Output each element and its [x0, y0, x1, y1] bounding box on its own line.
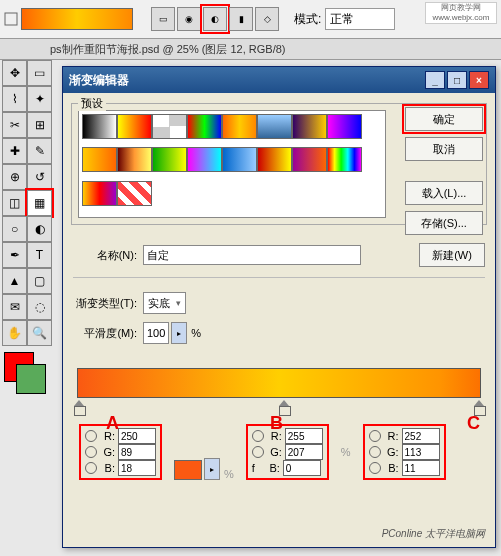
smooth-input[interactable]: 100	[143, 322, 169, 344]
preset-swatch[interactable]	[257, 147, 292, 172]
preset-swatch[interactable]	[82, 147, 117, 172]
opacity-stop-right[interactable]	[474, 355, 484, 367]
type-label: 渐变类型(T):	[73, 296, 137, 311]
cancel-button[interactable]: 取消	[405, 137, 483, 161]
dodge-tool[interactable]: ◐	[27, 216, 52, 242]
color-flyout-a[interactable]: ▸	[204, 458, 220, 480]
marquee-tool[interactable]: ▭	[27, 60, 52, 86]
gradient-tool[interactable]: ▦	[27, 190, 52, 216]
color-stop-c[interactable]	[474, 400, 484, 412]
radio-b-a[interactable]	[85, 462, 97, 474]
g-a-input[interactable]	[118, 444, 156, 460]
color-swatches[interactable]	[2, 350, 52, 390]
tool-palette: ✥▭ ⌇✦ ✂⊞ ✚✎ ⊕↺ ◫▦ ○◐ ✒T ▲▢ ✉◌ ✋🔍	[2, 60, 52, 390]
mode-value: 正常	[330, 11, 354, 28]
mode-dropdown[interactable]: 正常	[325, 8, 395, 30]
g-c-input[interactable]	[402, 444, 440, 460]
document-tab[interactable]: ps制作重阳节海报.psd @ 25% (图层 12, RGB/8)	[0, 39, 501, 60]
type-tool[interactable]: T	[27, 242, 52, 268]
preset-swatch[interactable]	[117, 114, 152, 139]
color-stop-a[interactable]	[74, 400, 84, 412]
new-button[interactable]: 新建(W)	[419, 243, 485, 267]
load-button[interactable]: 载入(L)...	[405, 181, 483, 205]
preset-label: 预设	[78, 96, 106, 111]
gradient-preview[interactable]	[21, 8, 133, 30]
label-b: B	[270, 413, 283, 434]
preset-swatch[interactable]	[82, 181, 117, 206]
ok-button[interactable]: 确定	[405, 107, 483, 131]
radio-b-c[interactable]	[369, 462, 381, 474]
lasso-tool[interactable]: ⌇	[2, 86, 27, 112]
preset-swatch[interactable]	[292, 147, 327, 172]
move-tool[interactable]: ✥	[2, 60, 27, 86]
tool-indicator-icon	[4, 12, 18, 26]
preset-swatch[interactable]	[327, 114, 362, 139]
radio-g-c[interactable]	[369, 446, 381, 458]
name-input[interactable]	[143, 245, 361, 265]
heal-tool[interactable]: ✚	[2, 138, 27, 164]
r-a-input[interactable]	[118, 428, 156, 444]
radio-r-c[interactable]	[369, 430, 381, 442]
minimize-button[interactable]: _	[425, 71, 445, 89]
linear-gradient-btn[interactable]: ▭	[151, 7, 175, 31]
eyedrop-tool[interactable]: ◌	[27, 294, 52, 320]
r-c-input[interactable]	[402, 428, 440, 444]
preset-swatch[interactable]	[152, 147, 187, 172]
crop-tool[interactable]: ✂	[2, 112, 27, 138]
b-a-input[interactable]	[118, 460, 156, 476]
preset-swatch[interactable]	[257, 114, 292, 139]
watermark-pconline: PConline 太平洋电脑网	[382, 527, 485, 541]
color-stop-b[interactable]	[279, 400, 289, 412]
brush-tool[interactable]: ✎	[27, 138, 52, 164]
b-b-input[interactable]	[283, 460, 321, 476]
background-swatch[interactable]	[16, 364, 46, 394]
label-c: C	[467, 413, 480, 434]
preset-swatch[interactable]	[152, 114, 187, 139]
opacity-stop-left[interactable]	[74, 355, 84, 367]
preset-swatch[interactable]	[187, 114, 222, 139]
close-button[interactable]: ×	[469, 71, 489, 89]
diamond-gradient-btn[interactable]: ◇	[255, 7, 279, 31]
smooth-spin[interactable]: ▸	[171, 322, 187, 344]
path-tool[interactable]: ✒	[2, 242, 27, 268]
radio-g-b[interactable]	[252, 446, 264, 458]
angle-gradient-btn[interactable]: ◐	[203, 7, 227, 31]
preset-swatch[interactable]	[82, 114, 117, 139]
blur-tool[interactable]: ○	[2, 216, 27, 242]
preset-swatch[interactable]	[117, 147, 152, 172]
radio-g-a[interactable]	[85, 446, 97, 458]
preset-swatch[interactable]	[292, 114, 327, 139]
zoom-tool[interactable]: 🔍	[27, 320, 52, 346]
smooth-label: 平滑度(M):	[73, 326, 137, 341]
type-dropdown[interactable]: 实底	[143, 292, 186, 314]
preset-grid[interactable]	[78, 110, 386, 218]
color-well-a[interactable]	[174, 460, 202, 480]
preset-swatch[interactable]	[222, 147, 257, 172]
gradient-bar[interactable]: A B C	[77, 368, 481, 398]
shape-tool[interactable]: ▢	[27, 268, 52, 294]
dialog-titlebar[interactable]: 渐变编辑器 _ □ ×	[63, 67, 495, 93]
pen-tool[interactable]: ▲	[2, 268, 27, 294]
dialog-title: 渐变编辑器	[69, 72, 129, 89]
wand-tool[interactable]: ✦	[27, 86, 52, 112]
hand-tool[interactable]: ✋	[2, 320, 27, 346]
b-c-input[interactable]	[402, 460, 440, 476]
reflected-gradient-btn[interactable]: ▮	[229, 7, 253, 31]
name-label: 名称(N):	[73, 248, 137, 263]
notes-tool[interactable]: ✉	[2, 294, 27, 320]
radio-r-b[interactable]	[252, 430, 264, 442]
preset-swatch[interactable]	[187, 147, 222, 172]
slice-tool[interactable]: ⊞	[27, 112, 52, 138]
radial-gradient-btn[interactable]: ◉	[177, 7, 201, 31]
stamp-tool[interactable]: ⊕	[2, 164, 27, 190]
eraser-tool[interactable]: ◫	[2, 190, 27, 216]
preset-swatch[interactable]	[327, 147, 362, 172]
radio-r-a[interactable]	[85, 430, 97, 442]
history-brush-tool[interactable]: ↺	[27, 164, 52, 190]
maximize-button[interactable]: □	[447, 71, 467, 89]
r-b-input[interactable]	[285, 428, 323, 444]
preset-swatch[interactable]	[222, 114, 257, 139]
mode-label: 模式:	[294, 11, 321, 28]
g-b-input[interactable]	[285, 444, 323, 460]
preset-swatch[interactable]	[117, 181, 152, 206]
